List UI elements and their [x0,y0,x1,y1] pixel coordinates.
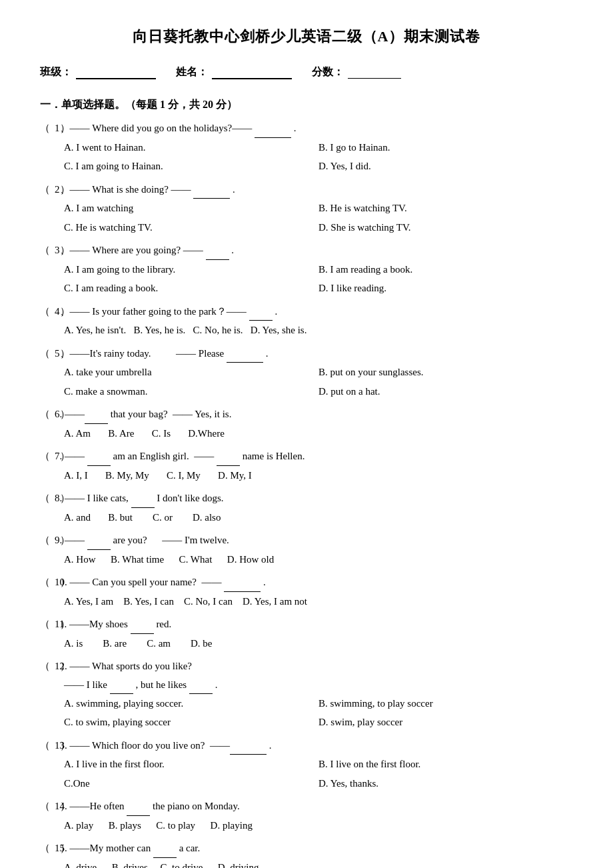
header-row: 班级： 姓名： 分数： [40,65,573,79]
q8-stem: 8. —— I like cats, I don't like dogs. [55,489,224,508]
question-9: （ ） 9. —— are you? —— I'm twelve. A. How… [40,531,573,569]
q12-optC: C. to swim, playing soccer [64,713,318,732]
question-1: （ ） 1、—— Where did you go on the holiday… [40,119,573,176]
q11-stem: 11. ——My shoes red. [55,615,171,634]
q3-optB: B. I am reading a book. [318,260,573,279]
q10-options: A. Yes, I am B. Yes, I can C. No, I can … [40,592,573,611]
q12-optD: D. swim, play soccer [318,713,573,732]
q14-stem: 14. ——He often the piano on Monday. [55,797,240,816]
q11-opts: A. is B. are C. am D. be [64,638,212,649]
page-title: 向日葵托教中心剑桥少儿英语二级（A）期末测试卷 [40,27,573,47]
class-underline [76,66,156,79]
q9-options: A. How B. What time C. What D. How old [40,550,573,569]
q7-options: A. I, I B. My, My C. I, My D. My, I [40,466,573,485]
q12-options: A. swimming, playing soccer. B. swimming… [40,694,573,732]
q1-optD: D. Yes, I did. [318,157,573,176]
question-12: （ ） 12. —— What sports do you like? —— I… [40,657,573,732]
q8-paren: （ ） [40,489,52,508]
q6-opts: A. Am B. Are C. Is D.Where [64,428,225,439]
q13-optB: B. I live on the first floor. [318,755,573,774]
q7-opts: A. I, I B. My, My C. I, My D. My, I [64,470,252,481]
q2-paren: （ ） [40,180,52,199]
q5-options: A. take your umbrella B. put on your sun… [40,363,573,401]
q3-paren: （ ） [40,241,52,260]
q13-line: （ ） 13. —— Which floor do you live on? —… [40,736,573,755]
q10-line: （ ） 10. —— Can you spell your name? —— . [40,573,573,592]
q7-stem: 7. —— am an English girl. —— name is Hel… [55,447,305,466]
q15-options: A. drive B. drives C. to drive D. drivin… [40,858,573,869]
question-13: （ ） 13. —— Which floor do you live on? —… [40,736,573,793]
q12-optA: A. swimming, playing soccer. [64,694,318,713]
q2-options: A. I am watching B. He is watching TV. C… [40,199,573,237]
q2-stem: 2、—— What is she doing? —— . [55,180,235,199]
q10-paren: （ ） [40,573,52,592]
name-field: 姓名： [176,65,292,79]
q4-stem: 4、—— Is your father going to the park？——… [55,302,277,321]
q1-paren: （ ） [40,119,52,138]
q11-options: A. is B. are C. am D. be [40,634,573,653]
q5-line: （ ） 5、——It's rainy today. —— Please . [40,344,573,363]
q12-line: （ ） 12. —— What sports do you like? [40,657,573,676]
q2-optC: C. He is watching TV. [64,218,318,237]
q11-line: （ ） 11. ——My shoes red. [40,615,573,634]
q15-opts: A. drive B. drives C. to drive D. drivin… [64,862,259,869]
q7-line: （ ） 7. —— am an English girl. —— name is… [40,447,573,466]
q5-stem: 5、——It's rainy today. —— Please . [55,344,268,363]
q1-stem: 1、—— Where did you go on the holidays?——… [55,119,296,138]
q6-options: A. Am B. Are C. Is D.Where [40,424,573,443]
question-5: （ ） 5、——It's rainy today. —— Please . A.… [40,344,573,401]
q2-optB: B. He is watching TV. [318,199,573,218]
score-label: 分数： [312,65,344,79]
question-6: （ ） 6. —— that your bag? —— Yes, it is. … [40,405,573,443]
q14-line: （ ） 14. ——He often the piano on Monday. [40,797,573,816]
q13-optA: A. I live in the first floor. [64,755,318,774]
q1-line: （ ） 1、—— Where did you go on the holiday… [40,119,573,138]
q3-options: A. I am going to the library. B. I am re… [40,260,573,298]
q3-optD: D. I like reading. [318,279,573,298]
q15-line: （ ） 15. ——My mother can a car. [40,839,573,858]
q5-optB: B. put on your sunglasses. [318,363,573,382]
q13-paren: （ ） [40,736,52,755]
q4-paren: （ ） [40,302,52,321]
question-10: （ ） 10. —— Can you spell your name? —— .… [40,573,573,611]
q3-optA: A. I am going to the library. [64,260,318,279]
q2-optA: A. I am watching [64,199,318,218]
question-8: （ ） 8. —— I like cats, I don't like dogs… [40,489,573,527]
q9-paren: （ ） [40,531,52,550]
question-2: （ ） 2、—— What is she doing? —— . A. I am… [40,180,573,237]
q5-optA: A. take your umbrella [64,363,318,382]
q1-options: A. I went to Hainan. B. I go to Hainan. … [40,138,573,176]
class-field: 班级： [40,65,156,79]
q12-stem: 12. —— What sports do you like? [55,657,192,676]
question-7: （ ） 7. —— am an English girl. —— name is… [40,447,573,485]
q8-opts: A. and B. but C. or D. also [64,512,221,523]
class-label: 班级： [40,65,72,79]
q4-line: （ ） 4、—— Is your father going to the par… [40,302,573,321]
question-4: （ ） 4、—— Is your father going to the par… [40,302,573,340]
q12-paren: （ ） [40,657,52,676]
q13-optC: C.One [64,774,318,793]
q9-line: （ ） 9. —— are you? —— I'm twelve. [40,531,573,550]
q2-optD: D. She is watching TV. [318,218,573,237]
q13-options: A. I live in the first floor. B. I live … [40,755,573,793]
score-underline [348,67,401,79]
name-label: 姓名： [176,65,208,79]
q6-paren: （ ） [40,405,52,424]
question-15: （ ） 15. ——My mother can a car. A. drive … [40,839,573,868]
q1-optB: B. I go to Hainan. [318,138,573,157]
q12-optB: B. swimming, to play soccer [318,694,573,713]
q15-stem: 15. ——My mother can a car. [55,839,200,858]
question-11: （ ） 11. ——My shoes red. A. is B. are C. … [40,615,573,653]
q3-optC: C. I am reading a book. [64,279,318,298]
q7-paren: （ ） [40,447,52,466]
q15-paren: （ ） [40,839,52,858]
q3-stem: 3、—— Where are you going? —— . [55,241,234,260]
q4-optA: A. Yes, he isn't. B. Yes, he is. C. No, … [64,325,306,335]
q8-options: A. and B. but C. or D. also [40,508,573,527]
q5-optD: D. put on a hat. [318,382,573,401]
name-underline [212,66,292,79]
q4-options: A. Yes, he isn't. B. Yes, he is. C. No, … [40,321,573,340]
q6-stem: 6. —— that your bag? —— Yes, it is. [55,405,231,424]
q13-stem: 13. —— Which floor do you live on? —— . [55,736,272,755]
q5-optC: C. make a snowman. [64,382,318,401]
